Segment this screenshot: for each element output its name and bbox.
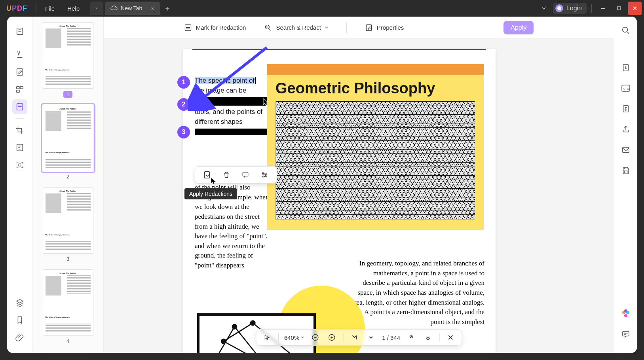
search-label: Search & Redact <box>276 24 321 31</box>
svg-rect-33 <box>622 148 629 153</box>
tool-edit[interactable] <box>12 64 27 80</box>
tool-comment[interactable] <box>12 47 27 62</box>
redaction-mark[interactable] <box>195 129 268 135</box>
thumbnail-page-1[interactable]: About The AuthorThe choice of design pat… <box>36 22 99 98</box>
tab-close-icon[interactable]: × <box>151 5 154 12</box>
properties-icon <box>365 24 373 32</box>
tool-bookmark[interactable] <box>12 313 27 328</box>
titlebar: UPDF File Help New Tab × ＋ Login <box>0 0 644 17</box>
svg-point-22 <box>232 324 237 329</box>
page-canvas[interactable]: 1 2 3 The specific point of the image ca… <box>183 49 496 353</box>
view-controls-bar: 640% 1 / 344 <box>256 329 462 346</box>
tool-attachment[interactable] <box>12 330 27 345</box>
page-number-badge: 2 <box>66 174 69 180</box>
convert-button[interactable] <box>619 61 633 74</box>
search-button[interactable] <box>619 24 633 37</box>
separator <box>36 4 36 13</box>
zoom-in-button[interactable] <box>326 332 337 343</box>
cloud-icon <box>110 6 118 11</box>
ai-assistant-button[interactable] <box>619 307 633 320</box>
annotation-arrow-icon <box>188 44 275 111</box>
svg-point-28 <box>622 27 627 32</box>
first-page-button[interactable] <box>349 332 360 343</box>
email-button[interactable] <box>619 143 633 157</box>
thumbnail-page-3[interactable]: About The AuthorThe choice of design pat… <box>36 187 99 262</box>
dropdown-caret-icon <box>301 336 304 339</box>
app-logo: UPDF <box>0 4 34 13</box>
tool-crop[interactable] <box>12 123 27 138</box>
separator <box>591 4 592 13</box>
thumbnail-panel[interactable]: About The AuthorThe choice of design pat… <box>32 17 104 353</box>
document-scroll[interactable]: 1 2 3 The specific point of the image ca… <box>104 39 614 353</box>
window-close-button[interactable] <box>628 2 642 15</box>
svg-rect-8 <box>18 106 21 107</box>
tab-new[interactable]: New Tab × <box>105 2 160 15</box>
left-toolbar <box>7 17 32 353</box>
thumbnail-page-4[interactable]: About The AuthorThe choice of design pat… <box>36 269 99 345</box>
tool-layers[interactable] <box>12 295 27 310</box>
select-tool-button[interactable] <box>262 332 273 343</box>
zoom-select[interactable]: 640% <box>284 334 304 341</box>
close-bar-button[interactable] <box>445 332 456 343</box>
pdfa-button[interactable]: PDF/A <box>619 81 633 95</box>
thumbnail-page-2[interactable]: About The AuthorThe choice of design pat… <box>36 105 99 180</box>
window-minimize-button[interactable] <box>597 2 610 15</box>
svg-rect-4 <box>16 87 19 89</box>
share-button[interactable] <box>619 123 633 136</box>
comments-panel-button[interactable] <box>619 328 633 341</box>
svg-point-24 <box>221 339 226 343</box>
tab-blank[interactable] <box>90 2 103 15</box>
tab-add-button[interactable]: ＋ <box>164 4 171 13</box>
page-number-badge: 3 <box>66 256 69 262</box>
right-toolbar: PDF/A <box>614 17 637 353</box>
page-number-badge: 1 <box>63 91 72 98</box>
tool-reader[interactable] <box>12 24 27 39</box>
tab-strip: New Tab × ＋ <box>90 0 171 17</box>
document-area: Mark for Redaction Search & Redact Prope… <box>104 17 614 353</box>
note-button[interactable] <box>240 170 251 180</box>
zoom-out-button[interactable] <box>310 332 321 343</box>
page-down-button[interactable] <box>422 332 433 343</box>
redact-toolbar: Mark for Redaction Search & Redact Prope… <box>104 17 614 39</box>
search-redact-icon <box>264 24 272 32</box>
prev-page-button[interactable] <box>365 332 376 343</box>
page-indicator[interactable]: 1 / 344 <box>382 334 400 341</box>
properties-button[interactable]: Properties <box>365 24 404 32</box>
window-maximize-button[interactable] <box>612 2 626 15</box>
thumbnail-page-5[interactable]: About The Author <box>36 352 99 353</box>
properties-label: Properties <box>377 24 404 31</box>
svg-rect-1 <box>617 7 621 10</box>
hero-title: Geometric Philosophy <box>275 80 475 97</box>
tab-label: New Tab <box>121 5 142 11</box>
tool-organize[interactable] <box>12 82 27 97</box>
page-up-button[interactable] <box>406 332 417 343</box>
text-column-right: In geometry, topology, and related branc… <box>350 259 484 327</box>
tool-redact[interactable] <box>12 99 27 114</box>
menu-file[interactable]: File <box>39 5 61 12</box>
svg-rect-5 <box>20 87 23 89</box>
menu-help[interactable]: Help <box>61 5 86 12</box>
svg-line-16 <box>199 47 267 101</box>
save-button[interactable] <box>619 164 633 177</box>
svg-text:PDF/A: PDF/A <box>621 87 630 90</box>
mark-redaction-icon <box>184 24 192 32</box>
login-button[interactable]: Login <box>553 3 587 14</box>
compress-button[interactable] <box>619 102 633 116</box>
chevron-down-icon[interactable] <box>537 2 551 15</box>
tool-ocr[interactable] <box>12 157 27 172</box>
search-redact-button[interactable]: Search & Redact <box>264 24 328 32</box>
apply-button[interactable]: Apply <box>503 21 534 34</box>
svg-point-25 <box>251 321 255 325</box>
svg-rect-10 <box>19 164 21 166</box>
redaction-context-toolbar <box>195 166 277 184</box>
dropdown-caret-icon <box>325 26 328 29</box>
tool-form[interactable] <box>12 140 27 155</box>
mouse-pointer-icon <box>211 177 217 185</box>
mark-for-redaction-button[interactable]: Mark for Redaction <box>184 24 246 32</box>
svg-point-38 <box>624 314 627 317</box>
svg-rect-3 <box>17 69 23 76</box>
ai-icon <box>621 309 631 319</box>
delete-button[interactable] <box>221 170 232 180</box>
svg-rect-18 <box>243 172 248 176</box>
settings-button[interactable] <box>259 170 270 180</box>
